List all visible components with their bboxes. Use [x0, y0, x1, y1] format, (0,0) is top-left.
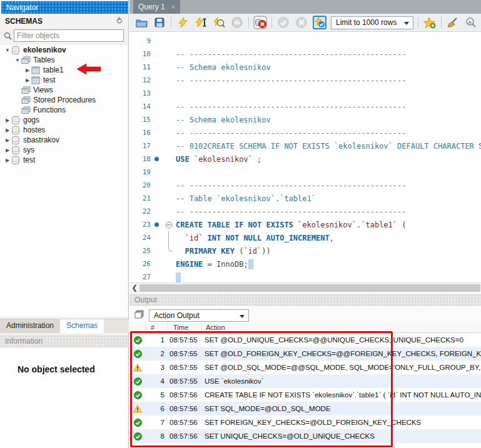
line-number: 19	[129, 168, 151, 176]
editor-horizontal-scrollbar[interactable]: ❮	[129, 282, 481, 292]
limit-rows-value: Limit to 1000 rows	[336, 18, 397, 27]
sidebar-item-test[interactable]: ▶test	[0, 155, 128, 165]
scroll-left-icon[interactable]: ❮	[129, 284, 139, 292]
sidebar-item-functions[interactable]: Functions	[0, 105, 128, 115]
sql-editor[interactable]: 910-- ----------------------------------…	[129, 32, 481, 282]
expander-closed-icon[interactable]: ▶	[4, 127, 11, 133]
expander-closed-icon[interactable]: ▶	[4, 137, 11, 143]
execute-script-icon[interactable]	[176, 16, 190, 29]
editor-line-15: 15-- Schema ekolesnikov	[129, 113, 481, 126]
navigator-bottom-tabs: Administration Schemas	[0, 319, 129, 333]
toggle-stop-on-error-icon[interactable]	[253, 16, 267, 29]
commit-icon[interactable]	[276, 16, 290, 29]
toggle-autocommit-icon[interactable]	[313, 16, 327, 29]
editor-line-text: -- Schema ekolesnikov	[176, 63, 481, 72]
fold-gutter	[162, 179, 176, 192]
find-icon[interactable]: A	[464, 16, 478, 29]
row-index: 1	[146, 336, 168, 344]
execute-current-statement-icon[interactable]	[194, 16, 208, 29]
statement-marker-icon	[151, 157, 162, 161]
close-tab-icon[interactable]: ×	[171, 3, 175, 11]
line-number: 15	[129, 116, 151, 124]
editor-line-13: 13	[129, 87, 481, 100]
editor-line-22: 22-- -----------------------------------…	[129, 205, 481, 218]
mysql-workbench-window: Navigator SCHEMAS ⥁ ▼ekolesnikov▼Tables▶…	[0, 0, 481, 448]
row-time: 08:57:56	[168, 391, 202, 399]
sidebar-item-ekolesnikov[interactable]: ▼ekolesnikov	[0, 45, 128, 55]
output-row-8[interactable]: 808:57:56SET UNIQUE_CHECKS=@OLD_UNIQUE_C…	[129, 429, 481, 443]
tree-item-label: Functions	[32, 106, 66, 114]
chevron-down-icon	[240, 315, 245, 318]
new-snippet-icon[interactable]	[423, 16, 437, 29]
expander-closed-icon[interactable]: ▶	[24, 67, 31, 73]
sql-editor-toolbar: Limit to 1000 rows A ¶	[129, 14, 481, 32]
editor-line-text: CREATE TABLE IF NOT EXISTS `ekolesnikov`…	[176, 221, 481, 229]
rollback-icon[interactable]	[295, 16, 308, 29]
output-row-6[interactable]: 608:57:56SET SQL_MODE=@OLD_SQL_MODE	[129, 402, 481, 416]
beautify-query-icon[interactable]	[446, 16, 460, 29]
db-icon	[11, 136, 22, 145]
sidebar-item-table1[interactable]: ▶table1	[0, 65, 128, 75]
output-row-2[interactable]: 208:57:55SET @OLD_FOREIGN_KEY_CHECKS=@@F…	[129, 347, 481, 361]
expander-open-icon[interactable]: ▼	[4, 47, 11, 53]
expander-closed-icon[interactable]: ▶	[4, 157, 11, 163]
scrollbar-thumb[interactable]	[139, 284, 480, 292]
sidebar-item-stored-procedures[interactable]: Stored Procedures	[0, 95, 128, 105]
sidebar-item-gogs[interactable]: ▶gogs	[0, 115, 128, 125]
fold-gutter	[162, 47, 176, 61]
fold-start-icon[interactable]	[162, 218, 176, 231]
sidebar-item-tables[interactable]: ▼Tables	[0, 55, 128, 65]
sidebar-item-views[interactable]: Views	[0, 85, 128, 95]
output-row-7[interactable]: 708:57:56SET FOREIGN_KEY_CHECKS=@OLD_FOR…	[129, 416, 481, 429]
row-time: 08:57:56	[168, 419, 202, 426]
expander-open-icon[interactable]: ▼	[14, 57, 21, 63]
expander-closed-icon[interactable]: ▶	[24, 77, 31, 83]
fold-end-icon	[162, 244, 176, 257]
row-index: 7	[146, 419, 168, 426]
limit-rows-dropdown[interactable]: Limit to 1000 rows	[331, 16, 413, 29]
editor-line-11: 11-- Schema ekolesnikov	[129, 61, 481, 74]
output-row-4[interactable]: 408:57:55USE `ekolesnikov`	[129, 374, 481, 388]
tree-item-label: test	[42, 76, 55, 84]
tab-query-1[interactable]: Query 1 ×	[133, 0, 180, 14]
sidebar-item-sys[interactable]: ▶sys	[0, 145, 128, 155]
row-index: 8	[146, 432, 168, 440]
group-icon	[21, 106, 32, 114]
db-icon	[11, 146, 22, 155]
line-number: 23	[129, 221, 151, 229]
line-number: 10	[129, 50, 151, 58]
editor-line-text: PRIMARY KEY (`id`))	[176, 247, 481, 256]
explain-plan-icon[interactable]	[212, 16, 226, 29]
row-action: USE `ekolesnikov`	[202, 377, 481, 385]
line-number: 12	[129, 76, 151, 84]
line-number: 9	[129, 37, 151, 45]
db-icon	[11, 156, 22, 165]
success-icon	[129, 377, 146, 386]
fold-gutter	[162, 61, 176, 74]
line-number: 24	[129, 234, 151, 242]
tab-administration[interactable]: Administration	[0, 319, 60, 333]
refresh-schemas-icon[interactable]: ⥁	[116, 16, 122, 26]
expander-closed-icon[interactable]: ▶	[4, 117, 11, 123]
db-icon	[11, 126, 22, 135]
output-row-3[interactable]: 308:57:55SET @OLD_SQL_MODE=@@SQL_MODE, S…	[129, 361, 481, 374]
tab-schemas[interactable]: Schemas	[60, 319, 104, 333]
output-row-5[interactable]: 508:57:56CREATE TABLE IF NOT EXISTS `eko…	[129, 388, 481, 402]
line-number: 13	[129, 89, 151, 97]
save-script-icon[interactable]	[153, 16, 166, 29]
output-view-dropdown[interactable]: Action Output	[149, 309, 249, 322]
line-number: 16	[129, 129, 151, 137]
sidebar-item-test[interactable]: ▶test	[0, 75, 128, 85]
open-script-icon[interactable]	[134, 16, 148, 29]
sidebar-item-sbastrakov[interactable]: ▶sbastrakov	[0, 135, 128, 145]
stop-execution-icon[interactable]	[230, 16, 244, 29]
editor-line-12: 12-- -----------------------------------…	[129, 74, 481, 87]
schema-filter-input[interactable]	[14, 29, 124, 42]
row-action: SET @OLD_UNIQUE_CHECKS=@@UNIQUE_CHECKS, …	[202, 336, 481, 344]
sidebar-item-hostes[interactable]: ▶hostes	[0, 125, 128, 135]
expander-closed-icon[interactable]: ▶	[4, 147, 11, 153]
editor-line-24: 24 `id` INT NOT NULL AUTO_INCREMENT,	[129, 231, 481, 244]
output-row-1[interactable]: 108:57:55SET @OLD_UNIQUE_CHECKS=@@UNIQUE…	[129, 333, 481, 347]
information-panel: No object selected	[0, 348, 128, 448]
row-time: 08:57:55	[168, 336, 202, 344]
